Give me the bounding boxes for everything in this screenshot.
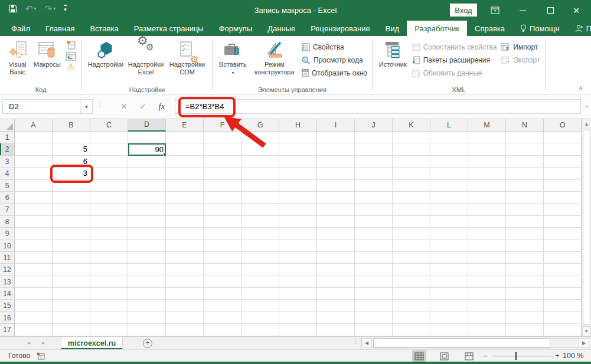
row-header-2[interactable]: 2 bbox=[0, 143, 15, 155]
cell-B7[interactable] bbox=[53, 204, 90, 215]
cell-H15[interactable] bbox=[279, 300, 317, 311]
view-page-break-icon[interactable] bbox=[462, 350, 476, 362]
cell-C2[interactable] bbox=[90, 143, 128, 155]
cell-H16[interactable] bbox=[279, 312, 317, 324]
select-all-corner[interactable] bbox=[0, 119, 15, 132]
fill-handle[interactable] bbox=[163, 153, 166, 156]
cell-N10[interactable] bbox=[506, 240, 544, 252]
cell-K6[interactable] bbox=[393, 192, 430, 204]
vertical-scroll-thumb[interactable] bbox=[583, 130, 590, 324]
formula-input[interactable]: =B2*B3*B4 bbox=[175, 99, 581, 114]
cell-C16[interactable] bbox=[90, 312, 128, 324]
cell-O6[interactable] bbox=[544, 192, 582, 204]
cell-K16[interactable] bbox=[393, 312, 430, 324]
cell-G4[interactable] bbox=[241, 168, 279, 179]
horizontal-scrollbar[interactable]: ◀ ▶ bbox=[361, 338, 589, 348]
cell-G1[interactable] bbox=[241, 132, 279, 143]
cell-D12[interactable] bbox=[128, 264, 166, 276]
cell-I17[interactable] bbox=[317, 324, 355, 336]
name-box[interactable]: D2 ▾ bbox=[2, 99, 93, 114]
cell-D1[interactable] bbox=[128, 132, 166, 143]
cell-D6[interactable] bbox=[128, 192, 166, 204]
record-macro-icon[interactable] bbox=[66, 40, 76, 50]
design-mode-button[interactable]: Режим конструктора bbox=[250, 38, 299, 76]
tab-help[interactable]: Справка bbox=[467, 21, 512, 36]
excel-addins-button[interactable]: ⚙ ⚙ Надстройки Excel bbox=[126, 38, 166, 76]
cell-K8[interactable] bbox=[393, 216, 430, 228]
cell-K17[interactable] bbox=[393, 324, 430, 336]
cell-B14[interactable] bbox=[53, 288, 90, 300]
cell-D14[interactable] bbox=[128, 288, 166, 300]
tab-view[interactable]: Вид bbox=[378, 21, 407, 36]
cell-L7[interactable] bbox=[430, 204, 468, 215]
cell-D5[interactable] bbox=[128, 180, 166, 192]
cell-L14[interactable] bbox=[430, 288, 468, 300]
import-button[interactable]: Импорт bbox=[499, 41, 543, 54]
cell-J15[interactable] bbox=[355, 300, 393, 311]
column-header-G[interactable]: G bbox=[241, 119, 279, 132]
row-header-15[interactable]: 15 bbox=[0, 300, 15, 311]
cell-J10[interactable] bbox=[355, 240, 393, 252]
cell-G15[interactable] bbox=[241, 300, 279, 311]
cell-J7[interactable] bbox=[355, 204, 393, 215]
cell-C3[interactable] bbox=[90, 156, 128, 168]
cell-L6[interactable] bbox=[430, 192, 468, 204]
cell-O14[interactable] bbox=[544, 288, 582, 300]
cell-A14[interactable] bbox=[15, 288, 53, 300]
cell-J6[interactable] bbox=[355, 192, 393, 204]
cell-L12[interactable] bbox=[430, 264, 468, 276]
cell-H12[interactable] bbox=[279, 264, 317, 276]
row-header-16[interactable]: 16 bbox=[0, 312, 15, 324]
cell-I6[interactable] bbox=[317, 192, 355, 204]
cell-H13[interactable] bbox=[279, 276, 317, 288]
cell-G2[interactable] bbox=[241, 143, 279, 155]
formula-bar-splitter[interactable]: ⋮ bbox=[97, 101, 104, 106]
cell-E12[interactable] bbox=[166, 264, 204, 276]
cell-N1[interactable] bbox=[506, 132, 544, 143]
collapse-ribbon-icon[interactable]: ∧ bbox=[579, 85, 583, 91]
tab-formulas[interactable]: Формулы bbox=[211, 21, 260, 36]
cell-A11[interactable] bbox=[15, 252, 53, 264]
cell-B3[interactable]: 6 bbox=[53, 156, 90, 168]
cell-J16[interactable] bbox=[355, 312, 393, 324]
cell-C11[interactable] bbox=[90, 252, 128, 264]
cell-A4[interactable] bbox=[15, 168, 53, 179]
cell-H10[interactable] bbox=[279, 240, 317, 252]
column-header-H[interactable]: H bbox=[279, 119, 317, 132]
cell-E9[interactable] bbox=[166, 228, 204, 240]
xml-source-button[interactable]: Источник bbox=[376, 38, 410, 68]
cell-D13[interactable] bbox=[128, 276, 166, 288]
cell-N13[interactable] bbox=[506, 276, 544, 288]
tab-tell-me[interactable]: Помощн bbox=[512, 21, 567, 36]
cell-M11[interactable] bbox=[468, 252, 506, 264]
cell-I3[interactable] bbox=[317, 156, 355, 168]
cell-F6[interactable] bbox=[204, 192, 241, 204]
cell-I16[interactable] bbox=[317, 312, 355, 324]
cell-A9[interactable] bbox=[15, 228, 53, 240]
cell-C5[interactable] bbox=[90, 180, 128, 192]
cell-D15[interactable] bbox=[128, 300, 166, 311]
column-header-I[interactable]: I bbox=[317, 119, 355, 132]
cell-L10[interactable] bbox=[430, 240, 468, 252]
scroll-right-icon[interactable]: ▶ bbox=[579, 339, 589, 347]
row-header-3[interactable]: 3 bbox=[0, 156, 15, 168]
sign-in-button[interactable]: Вход bbox=[450, 4, 477, 17]
cell-D3[interactable] bbox=[128, 156, 166, 168]
visual-basic-button[interactable]: Visual Basic bbox=[4, 38, 31, 76]
cell-F11[interactable] bbox=[204, 252, 241, 264]
cell-D7[interactable] bbox=[128, 204, 166, 215]
maximize-icon[interactable] bbox=[538, 0, 562, 21]
cell-O17[interactable] bbox=[544, 324, 582, 336]
row-header-4[interactable]: 4 bbox=[0, 168, 15, 179]
cell-J1[interactable] bbox=[355, 132, 393, 143]
cell-E2[interactable] bbox=[166, 143, 204, 155]
cell-B10[interactable] bbox=[53, 240, 90, 252]
cell-G9[interactable] bbox=[241, 228, 279, 240]
column-header-N[interactable]: N bbox=[506, 119, 544, 132]
cell-G6[interactable] bbox=[241, 192, 279, 204]
cell-L1[interactable] bbox=[430, 132, 468, 143]
cell-O16[interactable] bbox=[544, 312, 582, 324]
minimize-icon[interactable] bbox=[511, 0, 534, 21]
cell-H9[interactable] bbox=[279, 228, 317, 240]
relative-references-icon[interactable] bbox=[66, 52, 76, 61]
